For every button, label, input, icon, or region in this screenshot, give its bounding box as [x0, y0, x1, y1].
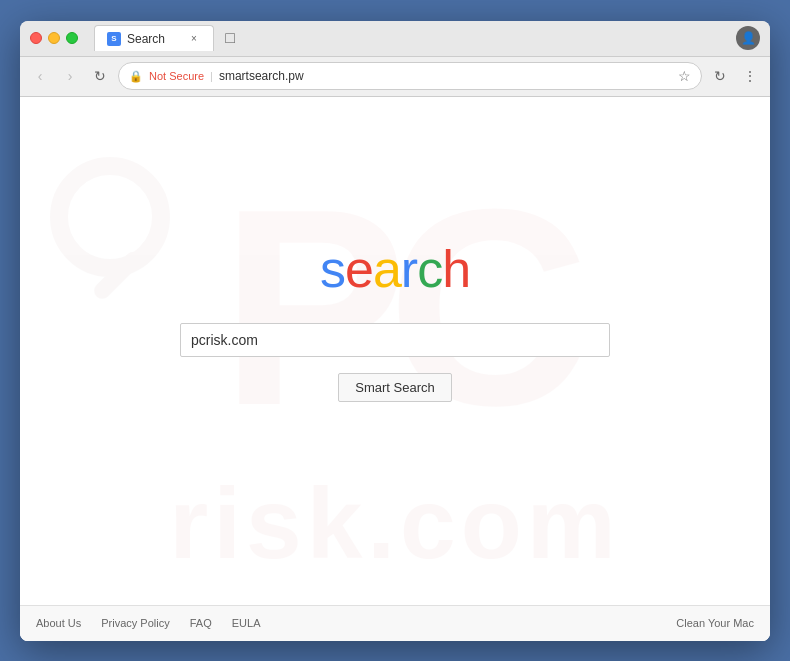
- search-area: search Smart Search: [20, 97, 770, 605]
- active-tab[interactable]: S Search ×: [94, 25, 214, 51]
- not-secure-label: Not Secure: [149, 70, 204, 82]
- page-content: PC risk.com search Smart Search About Us…: [20, 97, 770, 641]
- logo-a: a: [373, 240, 401, 298]
- minimize-button[interactable]: [48, 32, 60, 44]
- logo-s: s: [320, 240, 345, 298]
- page-footer: About Us Privacy Policy FAQ EULA Clean Y…: [20, 605, 770, 641]
- tab-favicon: S: [107, 32, 121, 46]
- back-icon: ‹: [38, 68, 43, 84]
- traffic-lights: [30, 32, 78, 44]
- account-icon[interactable]: 👤: [736, 26, 760, 50]
- title-bar: S Search × □ 👤: [20, 21, 770, 57]
- footer-clean-mac[interactable]: Clean Your Mac: [676, 617, 754, 629]
- forward-button[interactable]: ›: [58, 64, 82, 88]
- footer-faq[interactable]: FAQ: [190, 617, 212, 629]
- close-button[interactable]: [30, 32, 42, 44]
- tab-title: Search: [127, 32, 165, 46]
- reload-button[interactable]: ↻: [88, 64, 112, 88]
- lock-icon: 🔒: [129, 70, 143, 83]
- address-bar[interactable]: 🔒 Not Secure | smartsearch.pw ☆: [118, 62, 702, 90]
- back-button[interactable]: ‹: [28, 64, 52, 88]
- footer-privacy-policy[interactable]: Privacy Policy: [101, 617, 169, 629]
- tab-close-button[interactable]: ×: [187, 32, 201, 46]
- reload-right-icon: ↻: [714, 68, 726, 84]
- search-logo: search: [320, 239, 470, 299]
- url-text: smartsearch.pw: [219, 69, 672, 83]
- menu-icon: ⋮: [743, 68, 757, 84]
- maximize-button[interactable]: [66, 32, 78, 44]
- logo-h: h: [442, 240, 470, 298]
- reload-right-button[interactable]: ↻: [708, 64, 732, 88]
- new-tab-button[interactable]: □: [218, 26, 242, 50]
- browser-window: S Search × □ 👤 ‹ › ↻ 🔒 Not Secure | smar…: [20, 21, 770, 641]
- forward-icon: ›: [68, 68, 73, 84]
- search-input[interactable]: [180, 323, 610, 357]
- search-input-container: [180, 323, 610, 357]
- footer-eula[interactable]: EULA: [232, 617, 261, 629]
- reload-icon: ↻: [94, 68, 106, 84]
- bookmark-icon[interactable]: ☆: [678, 68, 691, 84]
- url-divider: |: [210, 70, 213, 82]
- nav-bar: ‹ › ↻ 🔒 Not Secure | smartsearch.pw ☆ ↻ …: [20, 57, 770, 97]
- logo-e: e: [345, 240, 373, 298]
- menu-button[interactable]: ⋮: [738, 64, 762, 88]
- logo-r: r: [401, 240, 417, 298]
- tab-area: S Search × □: [94, 25, 728, 51]
- footer-about-us[interactable]: About Us: [36, 617, 81, 629]
- smart-search-button[interactable]: Smart Search: [338, 373, 451, 402]
- logo-c: c: [417, 240, 442, 298]
